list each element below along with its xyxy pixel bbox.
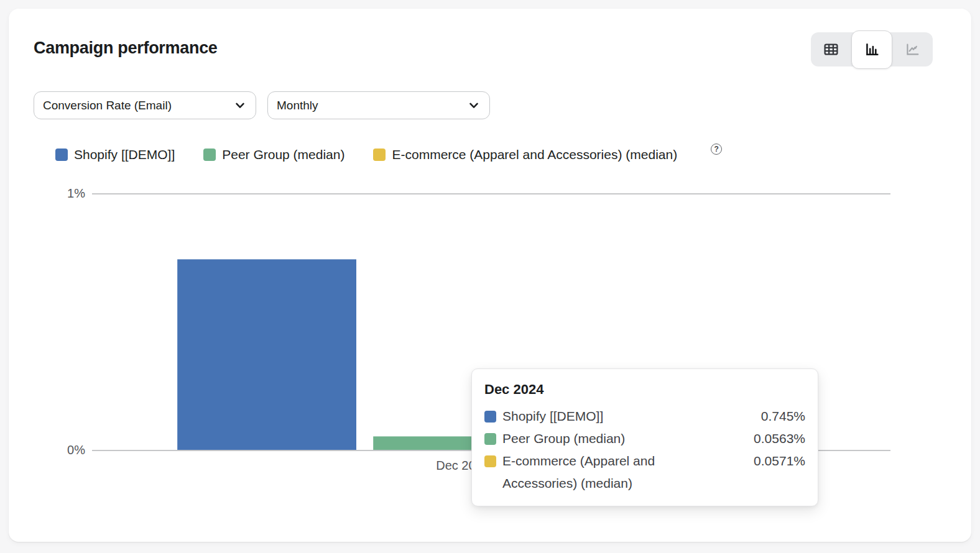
chart-tooltip: Dec 2024 Shopify [[DEMO]] 0.745% Peer Gr… [471,368,818,506]
tooltip-swatch [484,455,496,467]
bar-chart-icon [863,41,881,58]
tooltip-row: Peer Group (median) 0.0563% [484,427,805,450]
tooltip-row-value: 0.0571% [754,450,805,472]
help-icon[interactable]: ? [711,144,722,155]
gridline [92,193,890,194]
line-chart-icon [904,41,921,58]
metric-select[interactable]: Conversion Rate (Email) [34,91,256,119]
tooltip-row-label: E-commerce (Apparel and Accessories) (me… [502,450,695,495]
table-icon [823,41,839,58]
page-title: Campaign performance [34,39,218,58]
y-axis-tick-label: 0% [42,443,85,457]
legend-item-peer-group: Peer Group (median) [203,147,344,162]
chevron-down-icon [233,99,247,112]
legend-item-label: Shopify [[DEMO]] [74,147,175,162]
y-axis-tick-label: 1% [42,186,85,201]
chart-legend: Shopify [[DEMO]] Peer Group (median) E-c… [55,147,722,162]
tooltip-swatch [484,433,496,445]
table-view-button[interactable] [811,32,851,66]
tooltip-swatch [484,411,496,423]
legend-item-shopify: Shopify [[DEMO]] [55,147,175,162]
tooltip-row-value: 0.745% [761,405,805,427]
legend-item-label: E-commerce (Apparel and Accessories) (me… [392,147,677,162]
tooltip-row: Shopify [[DEMO]] 0.745% [484,405,805,427]
chevron-down-icon [467,99,481,112]
tooltip-row: E-commerce (Apparel and Accessories) (me… [484,450,805,495]
legend-swatch [55,149,68,161]
line-chart-view-button[interactable] [892,32,933,66]
bar-chart-view-button[interactable] [851,30,892,69]
tooltip-title: Dec 2024 [484,382,805,398]
granularity-select[interactable]: Monthly [267,91,490,119]
legend-swatch [203,149,216,161]
legend-swatch [373,149,386,161]
tooltip-row-label: Peer Group (median) [502,427,695,450]
tooltip-row-label: Shopify [[DEMO]] [502,405,695,427]
campaign-performance-card: Campaign performance [9,9,971,542]
view-toggle [811,32,933,66]
tooltip-row-value: 0.0563% [754,427,805,450]
legend-item-ecommerce: E-commerce (Apparel and Accessories) (me… [373,147,677,162]
metric-select-value: Conversion Rate (Email) [43,99,228,112]
legend-item-label: Peer Group (median) [222,147,344,162]
granularity-select-value: Monthly [277,99,462,112]
bar-shopify[interactable] [177,259,356,450]
